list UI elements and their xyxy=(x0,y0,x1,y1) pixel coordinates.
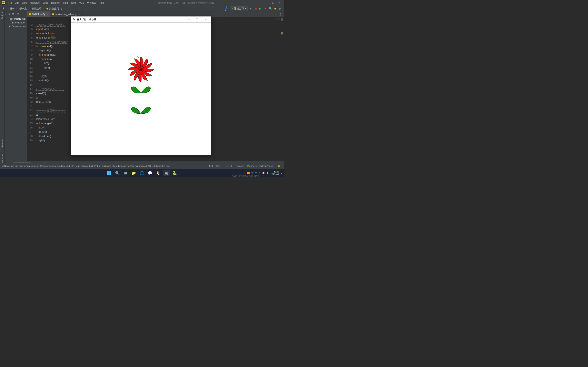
menu-window[interactable]: Window xyxy=(86,1,97,4)
turtle-close-icon[interactable]: ✕ xyxy=(201,18,209,21)
menu-run[interactable]: Run xyxy=(62,1,69,4)
menu-file[interactable]: File xyxy=(7,1,13,4)
status-bar: ☐ Download pre-built shared indexes: Red… xyxy=(0,163,284,169)
line-separator[interactable]: CRLF xyxy=(215,165,224,167)
tray-battery-icon[interactable]: 🔋 xyxy=(266,172,269,174)
lock-icon[interactable]: 🔒 xyxy=(276,165,282,167)
indent[interactable]: 4 spaces xyxy=(233,165,246,167)
structure-tool-button[interactable]: Structure xyxy=(1,139,3,148)
notification-icon[interactable]: ☐ xyxy=(2,165,4,167)
turtle-icon: 🪶 xyxy=(72,18,76,21)
task-view-icon[interactable]: ⊞ xyxy=(122,170,129,176)
ide-update-icon[interactable]: ▶ xyxy=(278,7,282,10)
app-icon: PC xyxy=(2,1,5,4)
search-icon[interactable]: 🔍 xyxy=(114,170,121,176)
run-config-selector[interactable]: 熟能生巧 ▾ xyxy=(230,6,248,11)
app-icon-1[interactable]: 🐧 xyxy=(155,170,162,176)
interpreter[interactable]: Python 3.9 (PythonProject) xyxy=(246,165,276,167)
menu-edit[interactable]: Edit xyxy=(13,1,20,4)
crumb-2[interactable]: 研一上 xyxy=(18,7,27,10)
menu-help[interactable]: Help xyxy=(97,1,105,4)
pycharm-icon[interactable]: ▣ xyxy=(163,170,170,176)
settings-icon[interactable]: ◉ xyxy=(273,7,277,10)
search-icon[interactable]: 🔍 xyxy=(268,7,272,10)
nav-bar: E:〉 研一〉 研一上〉 熟能生巧〉 ⬣ 熟能生巧.py 👤▾ 熟能生巧 ▾ ▶… xyxy=(0,6,284,11)
start-icon[interactable] xyxy=(105,170,113,176)
crumb-file[interactable]: ⬣ 熟能生巧.py xyxy=(45,7,63,10)
tab-close-icon[interactable]: × xyxy=(47,13,48,16)
windows-taskbar: 🔍 ⊞ 📁 🌐 💬 🐧 ▣ 🐍 CSDN @电力系统与算法之美 ˄ 🟧 🛡 中 … xyxy=(0,169,284,177)
turtle-minimize-icon[interactable]: — xyxy=(185,18,193,21)
menu-refactor[interactable]: Refactor xyxy=(50,1,62,4)
tree-external-libs[interactable]: ›⫴ External Libr xyxy=(4,21,27,25)
system-tray[interactable]: ˄ 🟧 🛡 中 ⌃ 🔇 🔋 22:572022/4/1 ● xyxy=(244,170,282,176)
menu-tools[interactable]: Tools xyxy=(69,1,78,4)
tray-shield-icon[interactable]: 🛡 xyxy=(251,172,254,174)
run-icon[interactable]: ▶ xyxy=(249,7,252,10)
svg-rect-2 xyxy=(107,173,109,175)
tray-volume-icon[interactable]: 🔇 xyxy=(262,172,265,174)
project-tree: ▭▾ ⊕ ≡ ›▇ PythonProj ›⫴ External Libr ◐ … xyxy=(4,11,27,165)
svg-rect-1 xyxy=(109,171,111,173)
menu-code[interactable]: Code xyxy=(41,1,50,4)
project-tool-button[interactable]: Project xyxy=(1,12,3,19)
chat-icon[interactable]: 💬 xyxy=(146,170,154,176)
expand-icon[interactable]: ≡ xyxy=(16,12,20,16)
error-stripe[interactable] xyxy=(281,18,283,156)
tray-clock[interactable]: 22:572022/4/1 xyxy=(270,170,279,176)
locate-icon[interactable]: ⊕ xyxy=(11,12,15,16)
turtle-titlebar[interactable]: 🪶 春天送她一朵小花 — ☐ ✕ xyxy=(71,17,211,23)
left-tool-strip: Project Structure Bookmarks xyxy=(0,11,4,165)
status-message[interactable]: Download pre-built shared indexes: Reduc… xyxy=(4,165,170,167)
project-select-icon[interactable]: ▭▾ xyxy=(6,12,9,16)
coverage-icon[interactable]: ▶. xyxy=(259,7,262,10)
menu-navigate[interactable]: Navigate xyxy=(29,1,41,4)
crumb-root[interactable]: E: xyxy=(2,7,6,10)
tray-wifi-icon[interactable]: ⌃ xyxy=(259,172,260,174)
turtle-title-text: 春天送她一朵小花 xyxy=(77,18,96,21)
python-icon[interactable]: 🐍 xyxy=(171,170,178,176)
tray-up-icon[interactable]: ˄ xyxy=(244,172,246,174)
tree-project-root[interactable]: ›▇ PythonProj xyxy=(4,17,27,21)
tab-file-1[interactable]: ⬣熟能生巧.py× xyxy=(27,11,50,17)
tray-ime-icon[interactable]: 中 xyxy=(255,171,257,175)
user-icon[interactable]: 👤▾ xyxy=(225,7,229,10)
tray-app-icon[interactable]: 🟧 xyxy=(247,172,250,174)
tree-scratches[interactable]: ◐ Scratches an xyxy=(4,25,27,28)
minimize-icon[interactable]: — xyxy=(265,1,268,4)
crumb-1[interactable]: 研一 xyxy=(9,7,15,10)
tray-notif-icon[interactable]: ● xyxy=(281,172,282,174)
close-icon[interactable]: ✕ xyxy=(278,1,281,4)
turtle-maximize-icon[interactable]: ☐ xyxy=(193,18,201,21)
tab-close-icon[interactable]: × xyxy=(79,13,80,16)
window-title: PythonProject - E:\研一\研一上\熟能生巧\熟能生巧.py xyxy=(105,1,265,5)
maximize-icon[interactable]: ☐ xyxy=(272,1,275,4)
turtle-canvas xyxy=(71,23,211,155)
stop-icon[interactable]: ■ xyxy=(264,7,267,10)
explorer-icon[interactable]: 📁 xyxy=(130,170,138,176)
turtle-window[interactable]: 🪶 春天送她一朵小花 — ☐ ✕ xyxy=(71,16,211,155)
encoding[interactable]: UTF-8 xyxy=(224,165,233,167)
tab-file-2[interactable]: ⬣feixianxingguihua.py× xyxy=(50,11,82,17)
editor-more-icon[interactable]: ⋮ xyxy=(277,11,284,17)
menu-view[interactable]: View xyxy=(20,1,29,4)
crumb-3[interactable]: 熟能生巧 xyxy=(31,7,42,10)
debug-icon[interactable]: 🐞 xyxy=(254,7,258,10)
caret-position[interactable]: 42:1 xyxy=(207,165,215,167)
title-bar: PC File Edit View Navigate Code Refactor… xyxy=(0,0,284,6)
svg-rect-0 xyxy=(107,171,109,173)
svg-rect-3 xyxy=(109,173,111,175)
menu-vcs[interactable]: VCS xyxy=(78,1,86,4)
edge-icon[interactable]: 🌐 xyxy=(138,170,146,176)
